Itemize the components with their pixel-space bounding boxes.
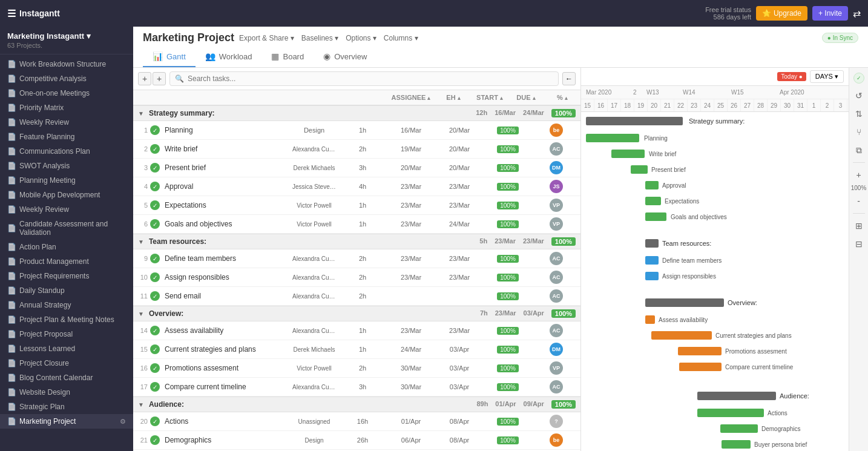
columns-button[interactable]: Columns ▾	[384, 34, 418, 42]
sidebar-item-action-plan[interactable]: 📄 Action Plan	[0, 240, 133, 254]
task-check-21[interactable]: ✓	[150, 435, 160, 445]
group-toggle-strategy[interactable]: ▼	[138, 110, 144, 117]
gantt-bar-planning[interactable]	[586, 134, 639, 142]
gantt-bar-present-brief[interactable]	[631, 165, 648, 174]
task-name-current-strats[interactable]: Current strategies and plans	[162, 341, 290, 357]
task-name-present-brief[interactable]: Present brief	[162, 160, 290, 176]
task-check-3[interactable]: ✓	[150, 163, 160, 173]
task-check-5[interactable]: ✓	[150, 200, 160, 210]
gantt-chart[interactable]: Strategy summary: Planning Write brief P…	[581, 112, 849, 451]
sidebar-item-annual-strategy[interactable]: 📄 Annual Strategy	[0, 298, 133, 312]
share-icon-button[interactable]: ⇄	[853, 8, 861, 19]
task-name-actions[interactable]: Actions	[162, 413, 290, 429]
tab-overview[interactable]: ◉ Overview	[314, 47, 376, 67]
sidebar-item-product-management[interactable]: 📄 Product Management	[0, 254, 133, 269]
task-name-assess[interactable]: Assess availability	[162, 323, 290, 338]
task-name-compare-timeline[interactable]: Compare current timeline	[162, 379, 290, 395]
task-check-17[interactable]: ✓	[150, 382, 160, 392]
gantt-bar-assess[interactable]	[645, 315, 655, 324]
sidebar-item-planning-meeting[interactable]: 📄 Planning Meeting	[0, 173, 133, 188]
task-name-approval[interactable]: Approval	[162, 179, 290, 194]
gantt-bar-demographics[interactable]	[720, 424, 758, 433]
add-col-button[interactable]: +	[153, 72, 166, 85]
sidebar-item-website-design[interactable]: 📄 Website Design	[0, 385, 133, 400]
gantt-bar-assign-resp[interactable]	[645, 272, 659, 280]
sidebar-item-project-closure[interactable]: 📄 Project Closure	[0, 356, 133, 370]
task-check-15[interactable]: ✓	[150, 344, 160, 354]
options-button[interactable]: Options ▾	[346, 34, 376, 42]
upgrade-button[interactable]: ⭐ Upgrade	[756, 6, 807, 21]
task-check-10[interactable]: ✓	[150, 272, 160, 282]
sidebar-item-weekly-review-1[interactable]: 📄 Weekly Review	[0, 115, 133, 130]
sidebar-item-weekly-review-2[interactable]: 📄 Weekly Review	[0, 202, 133, 217]
copy-button[interactable]: ⧉	[850, 142, 867, 159]
zoom-out-button[interactable]: -	[850, 193, 867, 209]
export-share-button[interactable]: Export & Share ▾	[239, 34, 294, 42]
th-pct[interactable]: % ▴	[544, 90, 580, 105]
gantt-bar-compare[interactable]	[679, 363, 722, 371]
add-row-button[interactable]: +	[138, 72, 151, 85]
gantt-bar-define-team[interactable]	[645, 256, 659, 265]
undo-button[interactable]: ↺	[850, 87, 867, 104]
task-check-9[interactable]: ✓	[150, 254, 160, 263]
gantt-bar-current-strats[interactable]	[651, 331, 712, 340]
tab-board[interactable]: ▦ Board	[261, 47, 314, 67]
sort-button[interactable]: ⇅	[850, 105, 867, 122]
task-name-planning[interactable]: Planning	[162, 122, 290, 138]
task-check-11[interactable]: ✓	[150, 291, 160, 301]
days-dropdown-button[interactable]: DAYS ▾	[810, 70, 844, 83]
settings-icon[interactable]: ⚙	[120, 418, 126, 426]
invite-button[interactable]: + Invite	[812, 6, 848, 21]
sidebar-item-candidate-assessment[interactable]: 📄 Candidate Assessment and Validation	[0, 217, 133, 240]
gantt-bar-goals[interactable]	[645, 212, 666, 221]
back-button[interactable]: ←	[562, 72, 576, 85]
task-check-16[interactable]: ✓	[150, 363, 160, 373]
sidebar-item-swot[interactable]: 📄 SWOT Analysis	[0, 159, 133, 173]
group-toggle-audience[interactable]: ▼	[138, 401, 144, 408]
sidebar-item-mobile-app[interactable]: 📄 Mobile App Development	[0, 188, 133, 202]
sidebar-item-strategic-plan[interactable]: 📄 Strategic Plan	[0, 400, 133, 414]
sidebar-item-project-requirements[interactable]: 📄 Project Requirements	[0, 269, 133, 283]
sidebar-item-project-proposal[interactable]: 📄 Project Proposal	[0, 327, 133, 341]
today-button[interactable]: Today ●	[777, 72, 806, 81]
task-name-demographics[interactable]: Demographics	[162, 432, 290, 448]
group-toggle-team[interactable]: ▼	[138, 239, 144, 245]
tab-gantt[interactable]: 📊 Gantt	[143, 47, 196, 67]
task-check-2[interactable]: ✓	[150, 144, 160, 154]
th-assignee[interactable]: ASSIGNEE ▴	[387, 90, 435, 105]
table-button[interactable]: ⊟	[850, 235, 867, 252]
branch-button[interactable]: ⑂	[850, 123, 867, 140]
sidebar-item-competitive-analysis[interactable]: 📄 Competitive Analysis	[0, 71, 133, 86]
zoom-in-button[interactable]: +	[850, 166, 867, 183]
task-name-goals[interactable]: Goals and objectives	[162, 216, 290, 232]
baselines-button[interactable]: Baselines ▾	[301, 34, 338, 42]
gantt-bar-buyer-persona[interactable]	[722, 440, 751, 449]
search-input[interactable]	[188, 74, 553, 83]
tab-workload[interactable]: 👥 Workload	[196, 47, 262, 67]
task-check-4[interactable]: ✓	[150, 182, 160, 191]
gantt-bar-promotions[interactable]	[678, 347, 722, 355]
gantt-bar-expectations[interactable]	[645, 197, 661, 205]
th-start[interactable]: START ▴	[472, 90, 508, 105]
map-button[interactable]: ⊞	[850, 217, 867, 234]
task-check-14[interactable]: ✓	[150, 326, 160, 335]
group-toggle-overview[interactable]: ▼	[138, 311, 144, 317]
sidebar-item-project-plan[interactable]: 📄 Project Plan & Meeting Notes	[0, 312, 133, 327]
sidebar-item-feature-planning[interactable]: 📄 Feature Planning	[0, 130, 133, 144]
sidebar-item-one-on-one[interactable]: 📄 One-on-one Meetings	[0, 86, 133, 100]
sidebar-item-communications-plan[interactable]: 📄 Communications Plan	[0, 144, 133, 159]
task-name-promotions[interactable]: Promotions assesment	[162, 360, 290, 376]
task-check-1[interactable]: ✓	[150, 125, 160, 135]
task-check-20[interactable]: ✓	[150, 416, 160, 426]
task-name-send-email[interactable]: Send email	[162, 288, 290, 304]
gantt-bar-write-brief[interactable]	[611, 150, 645, 158]
task-name-write-brief[interactable]: Write brief	[162, 141, 290, 157]
task-check-6[interactable]: ✓	[150, 219, 160, 229]
sidebar-item-blog-calendar[interactable]: 📄 Blog Content Calendar	[0, 370, 133, 385]
task-name-assign-resp[interactable]: Assign responsibles	[162, 269, 290, 285]
gantt-bar-actions[interactable]	[697, 409, 764, 417]
gantt-bar-approval[interactable]	[645, 181, 659, 189]
sidebar-item-daily-standup[interactable]: 📄 Daily Standup	[0, 283, 133, 298]
sidebar-item-priority-matrix[interactable]: 📄 Priority Matrix	[0, 100, 133, 115]
th-due[interactable]: DUE ▴	[508, 90, 544, 105]
